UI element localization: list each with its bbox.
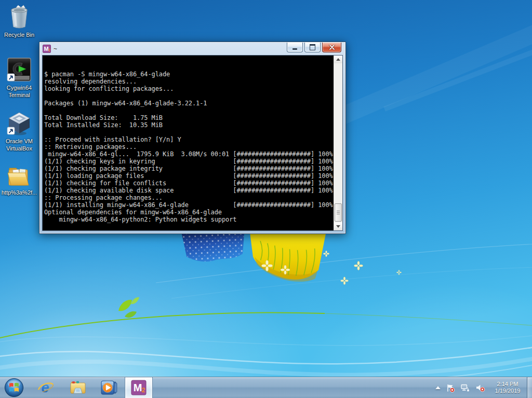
terminal-line: Total Download Size: 1.75 MiB xyxy=(44,114,334,121)
show-desktop-button[interactable] xyxy=(527,377,532,398)
desktop-icon-label: http%3a%2f... xyxy=(2,189,37,196)
terminal-line: :: Processing package changes... xyxy=(44,194,334,201)
action-center-button[interactable] xyxy=(446,383,455,392)
window-title: ~ xyxy=(54,45,57,52)
media-player-button[interactable] xyxy=(98,377,121,398)
thumb-grip-icon xyxy=(337,211,340,215)
terminal-line: $ pacman -S mingw-w64-x86_64-glade xyxy=(44,71,334,78)
terminal-line: (1/1) checking keys in keyring [########… xyxy=(44,158,334,165)
action-center-flag-icon xyxy=(446,383,455,392)
terminal-output[interactable]: $ pacman -S mingw-w64-x86_64-gladeresolv… xyxy=(44,56,334,230)
internet-explorer-button[interactable]: e xyxy=(34,377,57,398)
terminal-line: mingw-w64-x86_64-gl... 1795.9 KiB 3.08M/… xyxy=(44,150,334,158)
system-tray: 2:14 PM 1/19/2019 xyxy=(435,377,525,398)
tray-time: 2:14 PM xyxy=(491,381,524,388)
desktop-icon-label: Oracle VM VirtualBox xyxy=(1,138,38,152)
svg-text:2: 2 xyxy=(48,48,50,52)
scroll-up-button[interactable] xyxy=(334,56,342,63)
desktop-icon-label: Recycle Bin xyxy=(4,31,34,38)
desktop-icon-label: Cygwin64 Terminal xyxy=(1,84,38,99)
clock[interactable]: 2:14 PM 1/19/2019 xyxy=(490,381,525,394)
terminal-line xyxy=(44,92,334,100)
cygwin-terminal-icon xyxy=(6,57,32,83)
msys2-window-icon[interactable]: M 2 xyxy=(43,45,51,53)
terminal-line xyxy=(44,129,334,136)
terminal-line: Total Installed Size: 10.35 MiB xyxy=(44,121,334,129)
svg-text:2: 2 xyxy=(142,387,145,394)
virtualbox-cube-icon xyxy=(6,111,32,136)
desktop: Recycle Bin Cygwin64 Terminal xyxy=(0,0,532,377)
desktop-icon-virtualbox[interactable]: Oracle VM VirtualBox xyxy=(1,111,38,152)
window-controls xyxy=(287,43,341,52)
terminal-window: M 2 ~ $ pacman -S mingw-w64-x86_64-glade… xyxy=(39,42,346,234)
windows-explorer-button[interactable] xyxy=(66,377,89,398)
network-status-button[interactable] xyxy=(460,383,470,392)
recycle-bin-icon xyxy=(6,3,32,30)
terminal-line: mingw-w64-x86_64-python2: Python widgets… xyxy=(44,216,334,223)
volume-button[interactable] xyxy=(475,383,485,392)
desktop-icon-cygwin64-terminal[interactable]: Cygwin64 Terminal xyxy=(1,57,38,99)
taskbar: e xyxy=(0,377,532,398)
maximize-icon xyxy=(310,44,315,50)
close-icon xyxy=(329,45,335,50)
msys2-taskbar-button[interactable]: M 2 xyxy=(125,377,153,398)
terminal-line: :: Retrieving packages... xyxy=(44,143,334,150)
arrow-up-icon xyxy=(336,58,340,61)
terminal-line: Packages (1) mingw-w64-x86_64-glade-3.22… xyxy=(44,100,334,107)
svg-text:M: M xyxy=(134,382,142,393)
chevron-up-icon xyxy=(435,386,441,389)
minimize-icon xyxy=(292,48,297,50)
maximize-button[interactable] xyxy=(304,43,321,52)
svg-text:e: e xyxy=(41,380,49,395)
network-icon xyxy=(460,383,470,392)
close-button[interactable] xyxy=(322,43,341,52)
desktop-icon-recycle-bin[interactable]: Recycle Bin xyxy=(1,3,38,38)
terminal-line: resolving dependencies... xyxy=(44,78,334,85)
tray-date: 1/19/2019 xyxy=(491,388,524,394)
start-button[interactable] xyxy=(4,378,24,397)
terminal-line: (1/1) installing mingw-w64-x86_64-glade … xyxy=(44,201,334,209)
msys2-logo-icon: M 2 xyxy=(131,380,147,395)
terminal-scrollbar[interactable] xyxy=(334,56,342,230)
terminal-scrollback: $ pacman -S mingw-w64-x86_64-gladeresolv… xyxy=(44,71,334,230)
terminal-line: Optional dependencies for mingw-w64-x86_… xyxy=(44,209,334,216)
volume-muted-icon xyxy=(475,383,485,392)
terminal-line: (1/1) loading package files [###########… xyxy=(44,172,334,180)
ie-e-icon: e xyxy=(37,379,54,396)
explorer-folder-icon xyxy=(69,380,87,395)
terminal-line xyxy=(44,107,334,114)
minimize-button[interactable] xyxy=(287,43,303,52)
folder-icon xyxy=(6,163,32,188)
terminal-line: looking for conflicting packages... xyxy=(44,85,334,92)
show-hidden-icons-button[interactable] xyxy=(435,386,441,389)
title-bar[interactable]: M 2 ~ xyxy=(39,42,345,55)
scroll-down-button[interactable] xyxy=(334,223,342,230)
terminal-line: (1/1) checking package integrity [######… xyxy=(44,165,334,172)
terminal-line: (1/1) checking for file conflicts [#####… xyxy=(44,180,334,187)
terminal-line: :: Proceed with installation? [Y/n] Y xyxy=(44,136,334,143)
media-player-icon xyxy=(100,379,118,396)
terminal-line xyxy=(44,223,334,230)
terminal-line: (1/1) checking available disk space [###… xyxy=(44,187,334,194)
arrow-down-icon xyxy=(336,225,340,228)
terminal-client-area: $ pacman -S mingw-w64-x86_64-gladeresolv… xyxy=(42,55,343,231)
desktop-icon-download-folder[interactable]: http%3a%2f... xyxy=(1,163,38,196)
windows-orb-icon xyxy=(4,378,24,397)
scrollbar-thumb[interactable] xyxy=(335,203,342,222)
